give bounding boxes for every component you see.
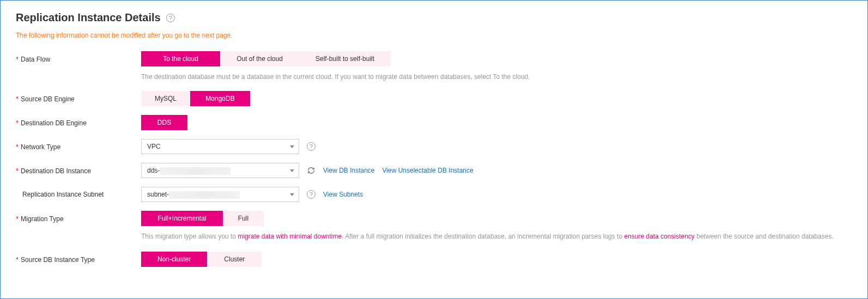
network-type-select[interactable]: VPC [141, 139, 299, 154]
help-icon[interactable]: ? [307, 142, 315, 151]
destination-db-instance-select[interactable]: dds- [141, 163, 299, 178]
label-source-db-instance-type: *Source DB Instance Type [16, 252, 141, 264]
replication-subnet-select[interactable]: subnet- [141, 187, 299, 202]
row-destination-db-engine: *Destination DB Engine DDS [16, 115, 852, 130]
label-source-db-engine: *Source DB Engine [16, 91, 141, 103]
option-cluster[interactable]: Cluster [207, 252, 262, 267]
label-migration-type: *Migration Type [16, 211, 141, 223]
dest-instance-prefix: dds- [147, 167, 160, 174]
option-dds[interactable]: DDS [141, 115, 187, 130]
view-db-instance-link[interactable]: View DB Instance [323, 167, 375, 174]
required-icon: * [16, 95, 19, 103]
help-icon[interactable]: ? [166, 14, 175, 22]
required-icon: * [16, 119, 19, 127]
page-title: Replication Instance Details ? [16, 11, 852, 24]
page-title-text: Replication Instance Details [16, 11, 161, 24]
redacted-text [169, 191, 240, 199]
label-destination-db-engine: *Destination DB Engine [16, 115, 141, 127]
row-source-db-instance-type: *Source DB Instance Type Non-cluster Clu… [16, 252, 852, 267]
required-icon: * [16, 215, 19, 223]
option-full[interactable]: Full [223, 211, 264, 226]
replication-instance-details-panel: Replication Instance Details ? The follo… [0, 0, 868, 299]
subnet-prefix: subnet- [147, 191, 169, 198]
label-replication-subnet: Replication Instance Subnet [16, 187, 141, 198]
option-mongodb[interactable]: MongoDB [190, 91, 250, 106]
row-migration-type-hint: This migration type allows you to migrat… [16, 231, 852, 242]
row-network-type: *Network Type VPC ? [16, 139, 852, 154]
help-icon[interactable]: ? [307, 190, 315, 199]
required-icon: * [16, 167, 19, 175]
redacted-text [160, 167, 230, 175]
destination-db-engine-options: DDS [141, 115, 187, 130]
option-to-the-cloud[interactable]: To the cloud [141, 51, 220, 66]
label-data-flow: *Data Flow [16, 51, 141, 63]
row-source-db-engine: *Source DB Engine MySQL MongoDB [16, 91, 852, 106]
required-icon: * [16, 143, 19, 151]
migration-type-hint: This migration type allows you to migrat… [141, 231, 834, 242]
option-full-incremental[interactable]: Full+Incremental [141, 211, 223, 226]
required-icon: * [16, 55, 19, 63]
source-db-engine-options: MySQL MongoDB [141, 91, 250, 106]
row-data-flow: *Data Flow To the cloud Out of the cloud… [16, 51, 852, 82]
chevron-down-icon [290, 193, 294, 196]
chevron-down-icon [290, 169, 294, 172]
row-migration-type: *Migration Type Full+Incremental Full [16, 211, 852, 226]
option-out-of-the-cloud[interactable]: Out of the cloud [220, 51, 299, 66]
network-type-value: VPC [147, 143, 161, 150]
data-flow-options: To the cloud Out of the cloud Self-built… [141, 51, 530, 66]
refresh-icon[interactable] [307, 166, 315, 175]
view-subnets-link[interactable]: View Subnets [323, 191, 363, 198]
option-mysql[interactable]: MySQL [141, 91, 190, 106]
migration-type-options: Full+Incremental Full [141, 211, 264, 226]
chevron-down-icon [290, 145, 294, 148]
data-flow-hint: The destination database must be a datab… [141, 72, 530, 82]
row-replication-subnet: Replication Instance Subnet subnet- ? Vi… [16, 187, 852, 202]
label-network-type: *Network Type [16, 139, 141, 151]
option-self-built[interactable]: Self-built to self-built [299, 51, 391, 66]
row-destination-db-instance: *Destination DB Instance dds- View DB In… [16, 163, 852, 178]
warning-message: The following information cannot be modi… [16, 32, 852, 39]
option-non-cluster[interactable]: Non-cluster [141, 252, 207, 267]
view-unselectable-db-instance-link[interactable]: View Unselectable DB Instance [383, 167, 474, 174]
required-icon: * [16, 255, 19, 264]
source-db-instance-type-options: Non-cluster Cluster [141, 252, 262, 267]
label-destination-db-instance: *Destination DB Instance [16, 163, 141, 175]
